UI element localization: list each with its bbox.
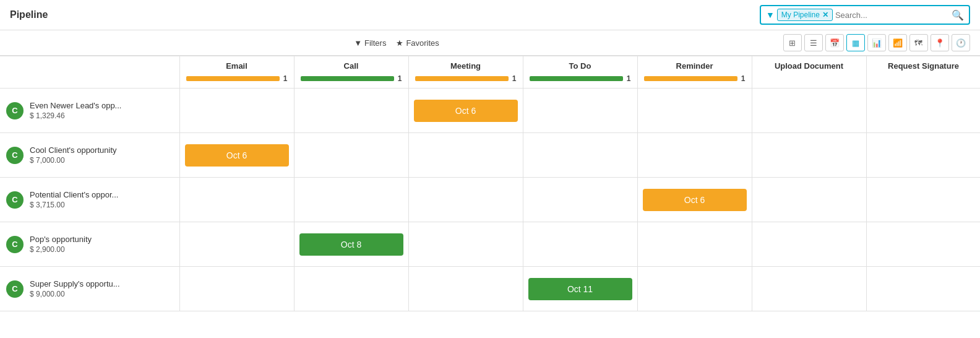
activity-badge-call-3[interactable]: Oct 8 <box>299 233 403 256</box>
lead-avatar-0: C <box>6 102 24 119</box>
signature-cell-3 <box>866 222 980 267</box>
bar-chart-view-button[interactable]: 📊 <box>867 34 886 51</box>
activity-cell-meeting-0[interactable]: Oct 6 <box>408 89 523 133</box>
favorites-button[interactable]: ★ Favorites <box>396 38 439 48</box>
col-header-meeting: Meeting 1 <box>408 56 523 89</box>
activity-cell-email-1[interactable]: Oct 6 <box>179 133 294 178</box>
todo-progress-bar <box>530 76 623 81</box>
col-header-lead <box>0 56 179 89</box>
lead-amount-3: $ 2,900.00 <box>30 245 92 254</box>
activity-cell-reminder-3[interactable] <box>637 222 752 267</box>
activity-cell-email-3[interactable] <box>179 222 294 267</box>
lead-name-2: Potential Client's oppor... <box>30 190 118 199</box>
lead-avatar-2: C <box>6 191 24 209</box>
lead-name-0: Even Newer Lead's opp... <box>30 101 121 110</box>
activity-badge-meeting-0[interactable]: Oct 6 <box>414 100 518 122</box>
meeting-col-label: Meeting <box>415 61 517 71</box>
lead-info-2: Potential Client's oppor... $ 3,715.00 <box>30 190 118 209</box>
lead-name-3: Pop's opportunity <box>30 235 92 244</box>
activity-cell-todo-0[interactable] <box>523 89 637 133</box>
email-progress: 1 <box>186 74 288 83</box>
activity-badge-reminder-2[interactable]: Oct 6 <box>643 189 747 211</box>
activity-cell-reminder-2[interactable]: Oct 6 <box>637 178 752 222</box>
activity-cell-call-4[interactable] <box>294 267 408 311</box>
page-title: Pipeline <box>10 9 48 20</box>
activity-cell-meeting-1[interactable] <box>408 133 523 178</box>
table-row: C Super Supply's opportu... $ 9,000.00 O… <box>0 267 980 311</box>
activity-badge-email-1[interactable]: Oct 6 <box>185 144 289 167</box>
activity-badge-todo-4[interactable]: Oct 11 <box>528 278 632 300</box>
my-pipeline-filter-tag[interactable]: My Pipeline ✕ <box>777 9 833 21</box>
reminder-progress-bar <box>644 76 737 81</box>
activity-table: Email 1 Call 1 <box>0 56 980 311</box>
signal-view-button[interactable]: 📶 <box>888 34 907 51</box>
upload-cell-0 <box>752 89 866 133</box>
table-row: C Pop's opportunity $ 2,900.00 Oct 8 <box>0 222 980 267</box>
lead-cell-0[interactable]: C Even Newer Lead's opp... $ 1,329.46 <box>0 89 179 133</box>
todo-count: 1 <box>627 74 631 83</box>
star-icon: ★ <box>396 38 403 48</box>
activity-cell-todo-4[interactable]: Oct 11 <box>523 267 637 311</box>
activity-cell-call-0[interactable] <box>294 89 408 133</box>
activity-cell-todo-2[interactable] <box>523 178 637 222</box>
filters-button[interactable]: ▼ Filters <box>354 38 386 48</box>
lead-cell-3[interactable]: C Pop's opportunity $ 2,900.00 <box>0 222 179 267</box>
favorites-label: Favorites <box>406 38 439 48</box>
email-col-label: Email <box>186 61 288 71</box>
clock-view-button[interactable]: 🕐 <box>952 34 970 51</box>
action-bar: ▼ Filters ★ Favorites ⊞ ☰ 📅 ▦ 📊 📶 🗺 📍 🕐 <box>0 30 980 56</box>
todo-progress: 1 <box>530 74 631 83</box>
signature-cell-2 <box>866 178 980 222</box>
lead-info-0: Even Newer Lead's opp... $ 1,329.46 <box>30 101 121 120</box>
activity-cell-meeting-4[interactable] <box>408 267 523 311</box>
activity-cell-todo-3[interactable] <box>523 222 637 267</box>
filter-icon: ▼ <box>354 38 362 48</box>
activity-cell-call-1[interactable] <box>294 133 408 178</box>
activity-cell-reminder-4[interactable] <box>637 267 752 311</box>
activity-cell-call-2[interactable] <box>294 178 408 222</box>
email-progress-bar <box>186 76 280 81</box>
signature-cell-4 <box>866 267 980 311</box>
kanban-view-button[interactable]: ⊞ <box>783 34 802 51</box>
list-view-button[interactable]: ☰ <box>804 34 823 51</box>
upload-col-label: Upload Document <box>775 61 843 71</box>
activity-cell-reminder-1[interactable] <box>637 133 752 178</box>
call-progress-bar <box>301 76 394 81</box>
activity-cell-todo-1[interactable] <box>523 133 637 178</box>
reminder-col-label: Reminder <box>644 61 746 71</box>
signature-col-label: Request Signature <box>888 61 959 71</box>
activity-cell-email-0[interactable] <box>179 89 294 133</box>
meeting-progress: 1 <box>415 74 517 83</box>
activity-cell-meeting-2[interactable] <box>408 178 523 222</box>
top-bar: Pipeline ▼ My Pipeline ✕ 🔍 <box>0 0 980 30</box>
search-input[interactable] <box>835 11 949 20</box>
search-button[interactable]: 🔍 <box>952 9 964 21</box>
lead-amount-1: $ 7,000.00 <box>30 156 117 165</box>
upload-cell-2 <box>752 178 866 222</box>
activity-cell-meeting-3[interactable] <box>408 222 523 267</box>
col-header-email: Email 1 <box>179 56 294 89</box>
lead-cell-1[interactable]: C Cool Client's opportunity $ 7,000.00 <box>0 133 179 178</box>
activity-cell-email-2[interactable] <box>179 178 294 222</box>
meeting-progress-bar <box>415 76 509 81</box>
calendar-view-button[interactable]: 📅 <box>825 34 844 51</box>
activity-cell-reminder-0[interactable] <box>637 89 752 133</box>
lead-cell-4[interactable]: C Super Supply's opportu... $ 9,000.00 <box>0 267 179 311</box>
col-header-todo: To Do 1 <box>523 56 637 89</box>
remove-filter-icon[interactable]: ✕ <box>822 11 828 19</box>
lead-cell-2[interactable]: C Potential Client's oppor... $ 3,715.00 <box>0 178 179 222</box>
signature-cell-1 <box>866 133 980 178</box>
activity-cell-email-4[interactable] <box>179 267 294 311</box>
filter-tag-label: My Pipeline <box>781 11 820 19</box>
filter-funnel-icon: ▼ <box>766 10 775 20</box>
location-view-button[interactable]: 📍 <box>931 34 949 51</box>
reminder-count: 1 <box>741 74 746 83</box>
search-area: ▼ My Pipeline ✕ 🔍 <box>760 5 970 25</box>
activity-cell-call-3[interactable]: Oct 8 <box>294 222 408 267</box>
table-row: C Even Newer Lead's opp... $ 1,329.46 Oc… <box>0 89 980 133</box>
map-view-button[interactable]: 🗺 <box>909 34 928 51</box>
grid-view-button[interactable]: ▦ <box>846 34 865 51</box>
lead-avatar-3: C <box>6 236 24 253</box>
lead-amount-0: $ 1,329.46 <box>30 111 121 120</box>
filters-label: Filters <box>364 38 386 48</box>
